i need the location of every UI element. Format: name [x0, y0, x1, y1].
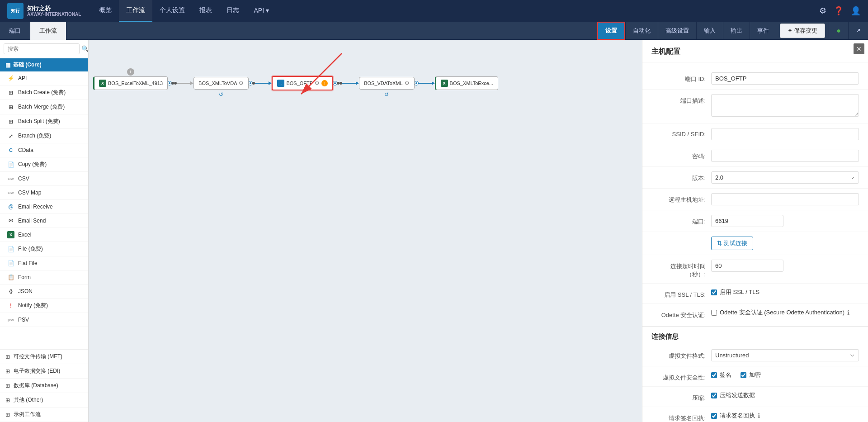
excel-icon: X — [7, 231, 14, 238]
save-changes-button[interactable]: ✦ 保存变更 — [780, 24, 826, 38]
sidebar-item-copy[interactable]: 📄 Copy (免费) — [0, 157, 88, 172]
checkbox-sign-receipt[interactable] — [711, 413, 717, 419]
sidebar-item-branch[interactable]: ⤢ Branch (免费) — [0, 129, 88, 143]
search-button[interactable]: 🔍 — [81, 43, 89, 54]
sidebar-mft[interactable]: ⊞ 可控文件传输 (MFT) — [0, 350, 88, 364]
sidebar-item-api[interactable]: ⚡ API — [0, 71, 88, 85]
conn-arrow-1 — [190, 81, 193, 85]
form-row-timeout: 连接超时时间（秒）: — [642, 255, 868, 284]
sidebar-other[interactable]: ⊞ 其他 (Other) — [0, 393, 88, 408]
nav-btn-settings[interactable]: 设置 — [597, 22, 625, 40]
sidebar-item-flat-file[interactable]: 📄 Flat File — [0, 256, 88, 270]
wf-node-5: X BOS_XMLToExce... — [435, 76, 498, 90]
gear-icon[interactable]: ⚙ — [819, 6, 826, 16]
psv-icon: psv — [7, 316, 14, 323]
sidebar-item-notify[interactable]: ! Notify (免费) — [0, 299, 88, 313]
sidebar-item-batch-split[interactable]: ⊞ Batch Split (免费) — [0, 114, 88, 129]
input-password[interactable] — [711, 150, 859, 162]
checkbox-encrypt[interactable] — [741, 372, 746, 378]
sidebar-item-csv[interactable]: csv CSV — [0, 172, 88, 186]
branch-icon: ⤢ — [7, 133, 14, 140]
node-box-vdatoxml[interactable]: BOS_VDAToXML ⚙ — [359, 77, 414, 90]
sidebar-item-email-receive[interactable]: @ Email Receive — [0, 200, 88, 214]
sidebar-item-json[interactable]: {} JSON — [0, 284, 88, 299]
select-vfile-format[interactable]: Unstructured Fixed Variable — [711, 349, 859, 361]
select-version[interactable]: 1.0 1.3 1.4 2.0 — [711, 171, 859, 184]
wf-node-2: BOS_XMLToVDA ⚙ ↺ — [193, 77, 249, 90]
flat-file-icon: 📄 — [7, 260, 14, 267]
sidebar-edi[interactable]: ⊞ 电子数据交换 (EDI) — [0, 364, 88, 379]
status-dot[interactable]: ● — [829, 22, 848, 40]
sidebar-item-file[interactable]: 📄 File (免费) — [0, 242, 88, 256]
sidebar-item-excel[interactable]: X Excel — [0, 228, 88, 242]
label-sign-receipt: 请求签名回执: — [651, 412, 706, 422]
tab-workflow[interactable]: 工作流 — [30, 22, 66, 40]
nav-btn-output[interactable]: 输出 — [723, 22, 750, 40]
control-vfile-format: Unstructured Fixed Variable — [711, 349, 859, 361]
form-row-sign-receipt: 请求签名回执: 请求签名回执 ℹ — [642, 407, 868, 422]
sidebar-item-batch-merge[interactable]: ⊞ Batch Merge (免费) — [0, 100, 88, 114]
sidebar-item-cdata[interactable]: C CData — [0, 143, 88, 157]
node-gear-3[interactable]: ⚙ — [315, 80, 320, 86]
node-box-excel[interactable]: X BOS_ExcelToXML_4913 — [93, 76, 168, 90]
nav-item-workflow[interactable]: 工作流 — [119, 0, 152, 22]
external-link-icon[interactable]: ↗ — [848, 22, 868, 40]
nav-item-logs[interactable]: 日志 — [219, 0, 246, 22]
canvas-area: 1 X BOS_ExcelToXML_4913 — [89, 40, 642, 422]
nav-btn-advanced[interactable]: 高级设置 — [658, 22, 696, 40]
test-connection-button[interactable]: ⇅ 测试连接 — [711, 237, 753, 250]
input-port-num[interactable] — [711, 215, 783, 227]
node-refresh-4[interactable]: ↺ — [384, 91, 389, 98]
label-version: 版本: — [651, 171, 706, 182]
input-remote-host[interactable] — [711, 193, 859, 205]
node-box-xmltoexcel[interactable]: X BOS_XMLToExce... — [435, 76, 498, 90]
sidebar-item-form[interactable]: 📋 Form — [0, 270, 88, 284]
checkbox-sign[interactable] — [711, 372, 717, 378]
nav-btn-events[interactable]: 事件 — [750, 22, 776, 40]
app-logo: 知行 知行之桥 AXWAY-INTERNATIONAL — [7, 3, 81, 19]
notify-icon: ! — [7, 302, 14, 309]
nav-btn-automation[interactable]: 自动化 — [625, 22, 658, 40]
conn-line-4 — [418, 83, 432, 84]
help-icon[interactable]: ❓ — [834, 6, 844, 16]
textarea-port-desc[interactable] — [711, 94, 859, 117]
batch-split-icon: ⊞ — [7, 118, 14, 125]
input-ssid[interactable] — [711, 128, 859, 140]
node-box-oftp[interactable]: ↕ BOS_OFTP ⚙ ! — [272, 76, 333, 90]
input-timeout[interactable] — [711, 260, 783, 272]
user-icon[interactable]: 👤 — [851, 6, 861, 16]
close-panel-button[interactable]: ✕ — [854, 43, 864, 54]
nav-item-overview[interactable]: 概览 — [92, 0, 119, 22]
nav-btn-input[interactable]: 输入 — [696, 22, 723, 40]
checkbox-compress[interactable] — [711, 393, 717, 398]
sidebar-item-batch-create[interactable]: ⊞ Batch Create (免费) — [0, 85, 88, 100]
collapse-icon[interactable]: ▦ — [5, 62, 10, 68]
sidebar-item-csv-map[interactable]: csv CSV Map — [0, 186, 88, 200]
search-input[interactable] — [4, 43, 80, 54]
nav-item-reports[interactable]: 报表 — [192, 0, 219, 22]
node-warning-3[interactable]: ! — [321, 80, 328, 86]
sidebar-database[interactable]: ⊞ 数据库 (Database) — [0, 379, 88, 393]
odette-info-icon[interactable]: ℹ — [847, 309, 849, 316]
label-ssid: SSID / SFID: — [651, 128, 706, 138]
sidebar-item-psv[interactable]: psv PSV — [0, 313, 88, 327]
checkbox-ssl[interactable] — [711, 289, 717, 295]
sign-receipt-info-icon[interactable]: ℹ — [758, 412, 760, 419]
compress-label: 压缩发送数据 — [720, 391, 755, 399]
nav-item-api[interactable]: API ▾ — [246, 0, 276, 22]
node-gear-4[interactable]: ⚙ — [405, 80, 410, 86]
node-box-xmltovda[interactable]: BOS_XMLToVDA ⚙ — [193, 77, 249, 90]
tab-ports[interactable]: 端口 — [0, 22, 30, 40]
workflow-row: 1 X BOS_ExcelToXML_4913 — [93, 76, 642, 90]
checkbox-odette[interactable] — [711, 310, 717, 316]
excel-node-icon: X — [99, 80, 106, 87]
sidebar-example[interactable]: ⊞ 示例工作流 — [0, 408, 88, 422]
form-row-port-id: 端口 ID: — [642, 68, 868, 90]
node-refresh-2[interactable]: ↺ — [219, 91, 223, 98]
input-port-id[interactable] — [711, 72, 859, 85]
top-nav: 知行 知行之桥 AXWAY-INTERNATIONAL 概览 工作流 个人设置 … — [0, 0, 868, 22]
label-timeout: 连接超时时间（秒）: — [651, 260, 706, 279]
node-gear-2[interactable]: ⚙ — [239, 80, 244, 86]
sidebar-item-email-send[interactable]: ✉ Email Send — [0, 214, 88, 228]
nav-item-settings[interactable]: 个人设置 — [152, 0, 192, 22]
